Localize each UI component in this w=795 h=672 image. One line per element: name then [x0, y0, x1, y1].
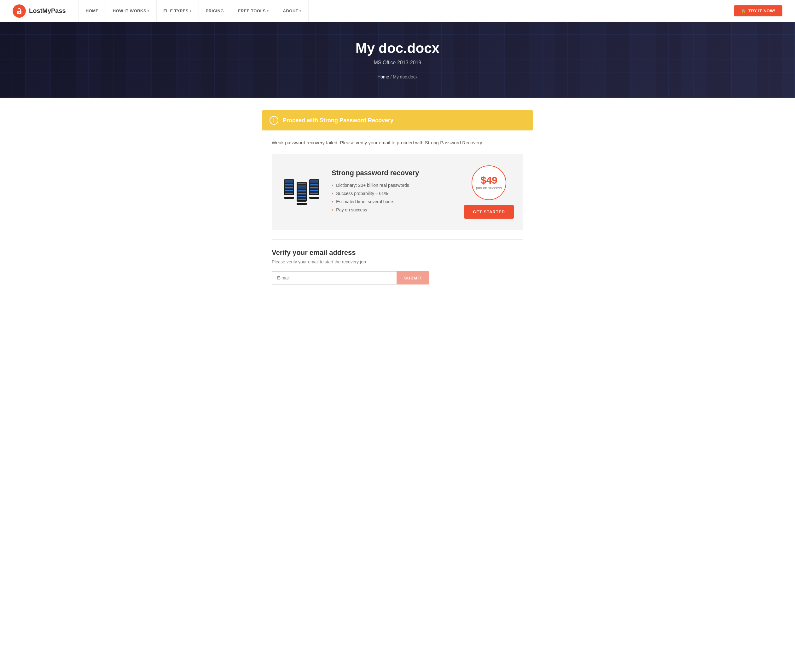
brand-logo[interactable]: LostMyPass [13, 5, 66, 18]
recovery-feature-4: › Pay on success [332, 207, 455, 212]
try-it-now-button[interactable]: 🔒 TRY IT NOW! [734, 5, 782, 16]
chevron-right-icon: › [332, 207, 333, 212]
server-unit-1 [284, 179, 294, 205]
main-content: ! Proceed with Strong Password Recovery … [256, 110, 539, 294]
recovery-feature-3: › Estimated time: several hours [332, 199, 455, 204]
recovery-feature-1: › Dictionary: 20+ billion real passwords [332, 183, 455, 188]
hero-section: My doc.docx MS Office 2013-2019 Home / M… [0, 22, 795, 98]
chevron-down-icon: ▾ [190, 10, 192, 13]
chevron-right-icon: › [332, 199, 333, 204]
price-section: $49 pay on success GET STARTED [464, 165, 514, 219]
breadcrumb: Home / My doc.docx [356, 74, 440, 79]
server-rack [284, 179, 319, 205]
email-form: SUBMIT [272, 271, 430, 285]
price-amount: $49 [481, 175, 497, 186]
page-title: My doc.docx [356, 40, 440, 56]
chevron-down-icon: ▾ [147, 10, 149, 13]
nav-links: HOME HOW IT WORKS ▾ FILE TYPES ▾ PRICING… [79, 0, 734, 22]
get-started-button[interactable]: GET STARTED [464, 205, 514, 219]
price-label: pay on success [476, 186, 502, 191]
recovery-info: Strong password recovery › Dictionary: 2… [332, 169, 455, 216]
logo-icon [13, 5, 26, 18]
navbar: LostMyPass HOME HOW IT WORKS ▾ FILE TYPE… [0, 0, 795, 22]
verify-subtitle: Please verify your email to start the re… [272, 259, 523, 264]
nav-file-types[interactable]: FILE TYPES ▾ [157, 0, 199, 22]
nav-pricing[interactable]: PRICING [199, 0, 231, 22]
chevron-right-icon: › [332, 183, 333, 187]
verify-title: Verify your email address [272, 249, 523, 257]
chevron-down-icon: ▾ [267, 10, 269, 13]
chevron-right-icon: › [332, 191, 333, 196]
server-illustration [281, 179, 322, 205]
submit-button[interactable]: SUBMIT [397, 271, 430, 285]
hero-subtitle: MS Office 2013-2019 [356, 60, 440, 66]
price-circle: $49 pay on success [471, 165, 506, 200]
chevron-down-icon: ▾ [300, 10, 301, 13]
recovery-title: Strong password recovery [332, 169, 455, 177]
email-input[interactable] [272, 271, 397, 285]
svg-point-1 [19, 12, 20, 13]
alert-icon: ! [269, 116, 278, 125]
nav-about[interactable]: ABOUT ▾ [276, 0, 309, 22]
recovery-feature-2: › Success probability ≈ 61% [332, 191, 455, 196]
breadcrumb-home[interactable]: Home [377, 74, 389, 79]
alert-text: Proceed with Strong Password Recovery [283, 117, 393, 124]
content-box: Weak password recovery failed. Please ve… [262, 130, 533, 294]
server-unit-2 [297, 182, 307, 205]
verify-email-section: Verify your email address Please verify … [272, 249, 523, 285]
hero-content: My doc.docx MS Office 2013-2019 Home / M… [356, 40, 440, 79]
breadcrumb-current: My doc.docx [393, 74, 418, 79]
nav-how-it-works[interactable]: HOW IT WORKS ▾ [106, 0, 157, 22]
brand-name: LostMyPass [29, 7, 66, 14]
lock-icon: 🔒 [741, 8, 746, 13]
server-unit-3 [309, 179, 319, 205]
weak-recovery-message: Weak password recovery failed. Please ve… [272, 140, 523, 145]
nav-home[interactable]: HOME [79, 0, 106, 22]
nav-free-tools[interactable]: FREE TOOLS ▾ [231, 0, 276, 22]
alert-banner: ! Proceed with Strong Password Recovery [262, 110, 533, 130]
recovery-card: Strong password recovery › Dictionary: 2… [272, 154, 523, 230]
